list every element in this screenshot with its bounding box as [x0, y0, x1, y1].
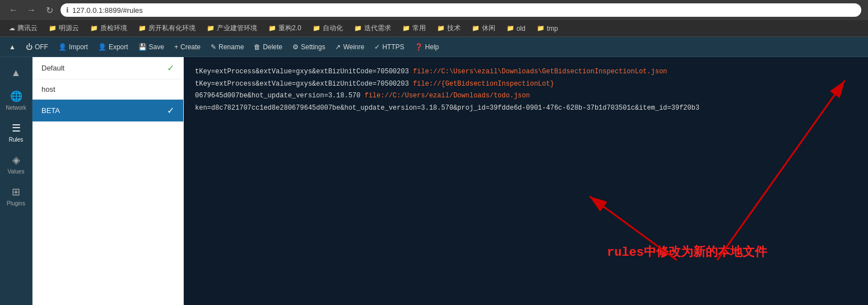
bookmark-changyong[interactable]: 📁 常用: [398, 22, 430, 34]
bookmark-chanyejian[interactable]: 📁 产业建管环境: [202, 22, 262, 34]
rename-label: Rename: [219, 43, 244, 51]
profile-item-host[interactable]: host: [33, 79, 183, 100]
off-button[interactable]: ⏻ OFF: [21, 41, 53, 53]
profile-item-default[interactable]: Default ✓: [33, 57, 183, 79]
bookmark-label: 重构2.0: [278, 24, 301, 33]
bookmark-zidonghua[interactable]: 📁 自动化: [308, 22, 347, 34]
code-text-3: 0679645d007be&hot_update_version=3.18.57…: [195, 92, 364, 100]
folder-icon: 📁: [472, 25, 480, 32]
https-label: HTTPS: [382, 43, 404, 51]
settings-label: Settings: [301, 43, 325, 51]
profile-panel: Default ✓ host BETA ✓: [33, 57, 184, 305]
import-button[interactable]: 👤 Import: [54, 41, 92, 53]
bookmark-label: 产业建管环境: [217, 24, 257, 33]
export-button[interactable]: 👤 Export: [94, 41, 133, 53]
bookmark-diedai[interactable]: 📁 迭代需求: [350, 22, 396, 34]
folder-icon: 📁: [402, 25, 410, 32]
power-icon: ⏻: [26, 43, 33, 51]
https-button[interactable]: ✓ HTTPS: [370, 41, 409, 53]
save-label: Save: [149, 43, 164, 51]
bookmark-chonggou[interactable]: 📁 重构2.0: [264, 22, 306, 34]
folder-icon: 📁: [207, 25, 215, 32]
bookmark-label: 明源云: [59, 24, 79, 33]
refresh-button[interactable]: ↻: [43, 3, 56, 17]
help-label: Help: [425, 43, 439, 51]
bookmark-jishu[interactable]: 📁 技术: [433, 22, 465, 34]
bookmark-label: 自动化: [323, 24, 343, 33]
bookmark-label: tmp: [547, 25, 558, 32]
collapse-button[interactable]: ▲: [4, 41, 20, 53]
plugins-label: Plugins: [7, 200, 25, 207]
delete-label: Delete: [263, 43, 282, 51]
toolbar: ▲ ⏻ OFF 👤 Import 👤 Export 💾 Save + Creat…: [0, 37, 868, 57]
check-icon-default: ✓: [167, 63, 174, 73]
export-label: Export: [109, 43, 128, 51]
rules-label: Rules: [9, 137, 24, 143]
import-label: Import: [69, 43, 88, 51]
bookmark-label: 常用: [412, 24, 426, 33]
code-line-2: tKey=extProcess&extValue=gxys&extBizUnit…: [195, 78, 857, 91]
bookmark-mingyuan[interactable]: 📁 明源云: [44, 22, 83, 34]
create-label: Create: [180, 43, 201, 51]
check-icon-beta: ✓: [167, 105, 174, 116]
gear-icon: ⚙: [293, 43, 299, 51]
folder-icon: 📁: [437, 25, 445, 32]
collapse-icon: ▲: [11, 67, 21, 79]
bookmark-fangkai[interactable]: 📁 房开私有化环境: [134, 22, 200, 34]
code-link-1[interactable]: file://C:\Users\ezail\Downloads\GetBidse…: [413, 68, 667, 76]
bookmark-old[interactable]: 📁 old: [502, 24, 530, 34]
settings-button[interactable]: ⚙ Settings: [288, 41, 329, 53]
plugins-icon: ⊞: [12, 186, 20, 198]
help-button[interactable]: ❓ Help: [410, 41, 444, 53]
cloud-icon: ☁: [9, 25, 15, 32]
folder-icon: 📁: [537, 25, 545, 32]
bookmark-label: 腾讯云: [17, 24, 38, 33]
bookmark-label: old: [517, 25, 526, 32]
import-icon: 👤: [58, 43, 67, 51]
folder-icon: 📁: [49, 25, 57, 32]
values-icon: ◈: [12, 154, 20, 166]
save-button[interactable]: 💾 Save: [134, 41, 169, 53]
sidebar: ▲ 🌐 Network ☰ Rules ◈ Values ⊞ Plugins: [0, 57, 33, 305]
sidebar-item-rules[interactable]: ☰ Rules: [0, 116, 32, 148]
bookmark-tencentcloud[interactable]: ☁ 腾讯云: [4, 22, 42, 34]
save-icon: 💾: [138, 43, 147, 51]
bookmarks-bar: ☁ 腾讯云 📁 明源云 📁 质检环境 📁 房开私有化环境 📁 产业建管环境 📁 …: [0, 20, 868, 37]
bookmark-label: 迭代需求: [364, 24, 391, 33]
back-button[interactable]: ←: [7, 3, 20, 17]
forward-button[interactable]: →: [25, 3, 38, 17]
bookmark-zhijian[interactable]: 📁 质检环境: [86, 22, 132, 34]
folder-icon: 📁: [313, 25, 321, 32]
code-text-1: tKey=extProcess&extValue=gxys&extBizUnit…: [195, 68, 413, 76]
url-bar[interactable]: ℹ 127.0.0.1:8899/#rules: [61, 3, 861, 17]
values-label: Values: [8, 168, 25, 175]
bookmark-label: 休闲: [482, 24, 495, 33]
rename-icon: ✎: [211, 43, 216, 51]
create-icon: +: [174, 43, 178, 51]
off-label: OFF: [35, 43, 48, 51]
folder-icon: 📁: [138, 25, 146, 32]
main-layout: ▲ 🌐 Network ☰ Rules ◈ Values ⊞ Plugins D…: [0, 57, 868, 305]
delete-button[interactable]: 🗑 Delete: [249, 41, 287, 53]
sidebar-item-network[interactable]: 🌐 Network: [0, 85, 32, 116]
code-link-3[interactable]: file://C:/Users/ezail/Downloads/todo.jso…: [364, 92, 530, 100]
network-icon: 🌐: [10, 90, 22, 102]
profile-name-default: Default: [41, 64, 64, 72]
sidebar-item-collapse[interactable]: ▲: [0, 62, 32, 85]
sidebar-item-values[interactable]: ◈ Values: [0, 148, 32, 180]
rename-button[interactable]: ✎ Rename: [206, 41, 248, 53]
lock-icon: ℹ: [66, 6, 69, 14]
code-line-3: 0679645d007be&hot_update_version=3.18.57…: [195, 90, 857, 102]
sidebar-item-plugins[interactable]: ⊞ Plugins: [0, 180, 32, 212]
weinre-button[interactable]: ↗ Weinre: [331, 41, 369, 53]
bookmark-label: 技术: [447, 24, 461, 33]
bookmark-tmp[interactable]: 📁 tmp: [532, 24, 563, 34]
create-button[interactable]: + Create: [170, 41, 205, 53]
bookmark-label: 房开私有化环境: [148, 24, 196, 33]
profile-item-beta[interactable]: BETA ✓: [33, 100, 183, 122]
code-link-2[interactable]: file://{GetBidsectionInspectionLot}: [413, 80, 554, 88]
bookmark-xiuxian[interactable]: 📁 休闲: [467, 22, 500, 34]
network-label: Network: [6, 105, 26, 111]
annotation-text: rules中修改为新的本地文件: [607, 243, 767, 260]
url-text: 127.0.0.1:8899/#rules: [72, 6, 143, 15]
